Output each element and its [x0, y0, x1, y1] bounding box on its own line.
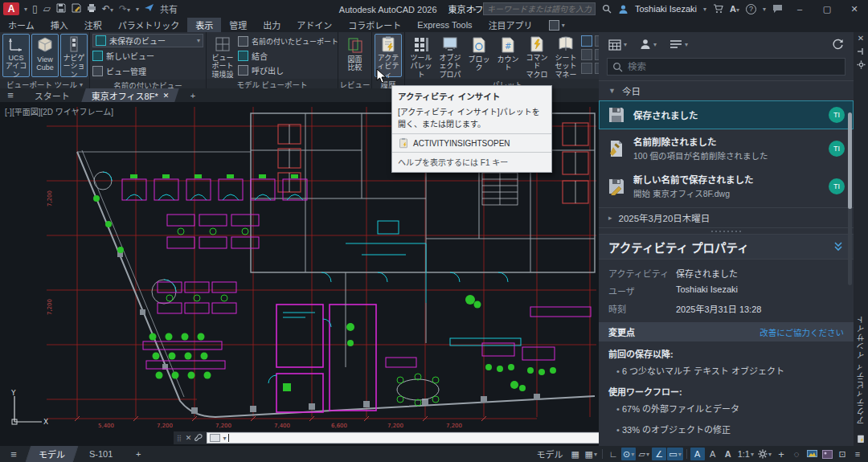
palette-autohide-pin-icon[interactable]	[857, 47, 865, 55]
annotation-visibility-icon[interactable]: A	[690, 448, 705, 460]
search-icon[interactable]	[602, 4, 612, 14]
clean-screen-icon[interactable]: ⊡	[835, 448, 850, 460]
navigation-bar-button[interactable]: ナビゲーション バー	[60, 34, 88, 77]
layout-tabs-menu-icon[interactable]: ≡	[3, 448, 24, 460]
customization-icon[interactable]: +	[774, 448, 788, 460]
feedback-link[interactable]: 改善にご協力ください	[760, 326, 844, 338]
hardware-acceleration-icon[interactable]	[805, 448, 819, 460]
user-menu-caret-icon[interactable]: ▾	[703, 6, 706, 13]
redo-icon[interactable]: ↷▾	[119, 4, 130, 14]
command-line-close-icon[interactable]: ✕	[186, 434, 192, 442]
new-view-button[interactable]: 新しいビュー	[92, 49, 203, 63]
tool-palettes-button[interactable]: ツール パレット	[407, 34, 435, 77]
file-tabs-menu-icon[interactable]: ≡	[0, 88, 21, 102]
search-collapse-icon[interactable]: ▸	[473, 6, 477, 13]
user-name[interactable]: Toshiaki Isezaki	[635, 4, 697, 14]
activity-item-saved-as[interactable]: 新しい名前で保存されました 開始 東京オフィス8F.dwg TI	[599, 167, 854, 205]
help-icon[interactable]: ?	[746, 4, 756, 14]
viewport-controls-label[interactable]: [-][平面図][2D ワイヤフレーム]	[5, 105, 113, 117]
join-viewports-button[interactable]: 結合	[238, 49, 338, 63]
layout-tab-s101[interactable]: S-101	[77, 448, 125, 460]
ortho-mode-icon[interactable]: ∟	[606, 448, 620, 460]
activity-search-input[interactable]	[628, 62, 840, 72]
activity-properties-header[interactable]: アクティビティ プロパティ	[599, 234, 854, 260]
command-line-wrench-icon[interactable]	[194, 434, 203, 443]
tab-manage[interactable]: 管理	[221, 18, 255, 32]
open-file-icon[interactable]: ▱	[43, 4, 51, 14]
share-label[interactable]: 共有	[160, 2, 178, 15]
command-macros-button[interactable]: コマンド マクロ	[523, 34, 551, 77]
visual-styles-palette-icon[interactable]	[581, 63, 592, 74]
qat-customize-caret-icon[interactable]: ▾	[136, 6, 139, 13]
restore-button[interactable]: ▢	[817, 4, 837, 14]
user-filter-button[interactable]: ▾	[640, 39, 657, 50]
undo-icon[interactable]: ↶▾	[102, 4, 113, 14]
minimize-button[interactable]: –	[789, 4, 810, 14]
workspace-switching-icon[interactable]: ▾	[756, 448, 773, 460]
palette-close-icon[interactable]: ✕	[858, 35, 864, 43]
palette-scrollbar[interactable]	[848, 112, 852, 285]
model-space-indicator[interactable]: モデル	[533, 448, 567, 460]
tab-express-tools[interactable]: Express Tools	[409, 18, 480, 32]
tab-insert[interactable]: 挿入	[43, 18, 76, 32]
isolate-objects-icon[interactable]: ◌	[789, 448, 804, 460]
annotation-scale-value[interactable]: 1:1▾	[736, 448, 755, 460]
group-today[interactable]: ▼ 今日	[599, 81, 854, 100]
recent-commands-icon[interactable]	[210, 434, 220, 442]
plot-icon[interactable]	[87, 3, 96, 14]
tab-parametric[interactable]: パラメトリック	[110, 18, 188, 32]
object-snap-icon[interactable]: ▭▾	[667, 448, 682, 460]
object-snap-tracking-icon[interactable]: ∠	[652, 448, 666, 460]
file-tab-close-icon[interactable]: ✕	[163, 92, 170, 100]
activity-search-box[interactable]	[607, 58, 845, 76]
view-manager-button[interactable]: ビュー管理	[92, 64, 203, 78]
share-icon[interactable]	[145, 4, 154, 14]
named-viewports-button[interactable]: 名前の付いたビューポート	[238, 35, 338, 48]
file-tab-start[interactable]: スタート	[24, 88, 80, 102]
polar-tracking-icon[interactable]: ⊙▾	[621, 448, 636, 460]
layout-tab-model[interactable]: モデル	[26, 446, 78, 462]
refresh-button[interactable]	[832, 39, 844, 51]
ribbon-display-toggle-icon[interactable]: ▾	[541, 18, 573, 32]
isometric-drafting-icon[interactable]: ▱▾	[637, 448, 651, 460]
tab-output[interactable]: 出力	[255, 18, 289, 32]
snap-mode-icon[interactable]: ▦▾	[583, 448, 599, 460]
file-tab-new-icon[interactable]: +	[181, 88, 207, 102]
collapse-properties-icon[interactable]	[833, 241, 844, 252]
tab-view[interactable]: 表示	[187, 18, 221, 32]
event-type-filter-button[interactable]: ▾	[669, 39, 688, 49]
palette-settings-gear-icon[interactable]	[857, 60, 866, 69]
activity-item-saved[interactable]: 保存されました TI	[599, 100, 854, 129]
viewport-configuration-button[interactable]: ビューポート 環境設定	[209, 34, 236, 77]
assistant-chat-icon[interactable]	[772, 4, 783, 14]
help-caret-icon[interactable]: ▾	[763, 6, 766, 13]
status-customize-menu-icon[interactable]: ≡	[850, 448, 865, 460]
close-button[interactable]: ✕	[844, 4, 865, 14]
annotation-scale-icon[interactable]: A	[721, 448, 735, 460]
group-older-date[interactable]: ▸ 2025年3月20日木曜日	[599, 208, 854, 227]
save-icon[interactable]	[56, 3, 66, 14]
splitter-drag-handle[interactable]	[599, 228, 854, 234]
blocks-palette-button[interactable]: ブロック	[465, 34, 493, 77]
activity-item-purged[interactable]: 名前削除されました 100 個の項目が名前削除されました TI	[599, 129, 854, 167]
grid-display-icon[interactable]: ▦	[568, 448, 583, 460]
annotation-autoscale-icon[interactable]: A	[706, 448, 720, 460]
command-line-drag-handle[interactable]: ⣿	[177, 435, 182, 442]
new-layout-icon[interactable]: +	[125, 448, 154, 460]
restore-viewports-button[interactable]: 呼び出し	[238, 63, 338, 77]
new-file-icon[interactable]: ▯	[32, 4, 38, 14]
date-filter-button[interactable]: ▾	[608, 39, 627, 51]
properties-palette-button[interactable]: オブジェクト プロパティ管理	[436, 34, 464, 77]
sheet-set-manager-button[interactable]: シート セット マネージャ	[552, 34, 579, 77]
markup-palette-icon[interactable]	[581, 49, 592, 60]
count-palette-button[interactable]: # カウント	[494, 34, 522, 77]
performance-monitor-icon[interactable]	[820, 448, 834, 460]
current-view-dropdown[interactable]: 未保存のビュー▾	[92, 34, 203, 47]
tab-annotate[interactable]: 注釈	[76, 18, 110, 32]
tab-collaborate[interactable]: コラボレート	[340, 18, 409, 32]
app-logo-icon[interactable]: A	[3, 2, 19, 15]
tab-featured-apps[interactable]: 注目アプリ	[481, 18, 541, 32]
file-tab-document[interactable]: 東京オフィス8F* ✕	[81, 88, 179, 102]
user-avatar-icon[interactable]	[618, 4, 628, 14]
keyword-search-input[interactable]	[483, 2, 596, 15]
